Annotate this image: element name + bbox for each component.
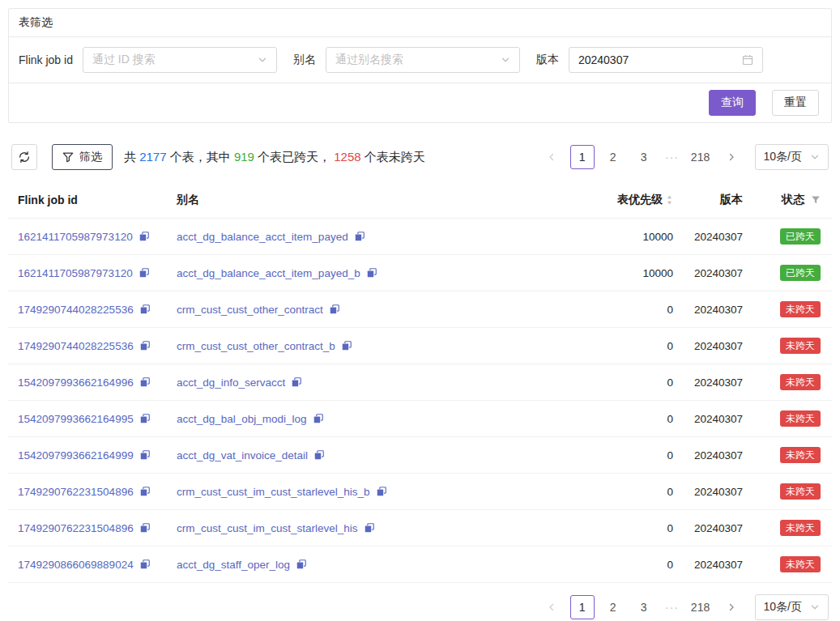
page-size-select[interactable]: 10条/页 <box>755 144 829 170</box>
chevron-left-icon <box>547 602 556 612</box>
copy-icon[interactable] <box>139 304 151 315</box>
summary-part: 个表未跨天 <box>361 150 425 164</box>
alias-cell: acct_dg_staff_oper_log <box>177 559 584 571</box>
alias-link[interactable]: crm_cust_cust_other_contract_b <box>177 340 335 352</box>
refresh-icon <box>18 151 31 164</box>
copy-icon[interactable] <box>139 522 151 534</box>
filter-funnel-icon[interactable] <box>811 195 821 205</box>
job-id-link[interactable]: 1749290866069889024 <box>18 559 134 571</box>
copy-icon[interactable] <box>376 486 387 497</box>
page-button-1[interactable]: 1 <box>570 595 595 619</box>
refresh-button[interactable] <box>11 144 37 170</box>
alias-link[interactable]: crm_cust_cust_im_cust_starlevel_his <box>177 522 358 534</box>
job-id-link[interactable]: 1542097993662164999 <box>18 449 134 461</box>
page-button-last[interactable]: 218 <box>689 595 713 619</box>
job-id-select[interactable]: 通过 ID 搜索 <box>83 47 277 73</box>
priority-cell: 0 <box>584 376 673 389</box>
job-id-link[interactable]: 1749290744028225536 <box>18 304 134 316</box>
job-id-link[interactable]: 1621411705987973120 <box>18 267 133 279</box>
alias-link[interactable]: acct_dg_staff_oper_log <box>177 559 290 571</box>
copy-icon[interactable] <box>364 522 375 534</box>
priority-cell: 0 <box>584 559 673 571</box>
alias-link[interactable]: crm_cust_cust_im_cust_starlevel_his_b <box>177 486 370 498</box>
page-button-1[interactable]: 1 <box>570 145 595 169</box>
prev-page-button[interactable] <box>539 145 564 169</box>
table-row: 1621411705987973120 acct_dg_balance_acct… <box>8 219 832 255</box>
page-button-2[interactable]: 2 <box>601 145 625 169</box>
copy-icon[interactable] <box>139 413 151 424</box>
page-button-2[interactable]: 2 <box>601 595 625 619</box>
copy-icon[interactable] <box>313 449 325 461</box>
table-body: 1621411705987973120 acct_dg_balance_acct… <box>8 219 832 583</box>
filter-button[interactable]: 筛选 <box>52 144 113 170</box>
next-page-button[interactable] <box>719 595 744 619</box>
summary-part: 共 <box>124 150 139 164</box>
page-ellipsis[interactable]: ··· <box>663 601 682 614</box>
chevron-down-icon <box>810 602 820 612</box>
page-size-value: 10条/页 <box>764 600 802 615</box>
version-cell: 20240307 <box>673 267 743 279</box>
reset-button[interactable]: 重置 <box>772 90 819 116</box>
job-id-field-group: Flink job id 通过 ID 搜索 <box>19 47 277 73</box>
status-badge: 未跨天 <box>780 410 821 427</box>
summary-part: 个表已跨天， <box>254 150 334 164</box>
priority-cell: 0 <box>584 522 673 534</box>
copy-icon[interactable] <box>139 449 151 461</box>
job-id-link[interactable]: 1749290744028225536 <box>18 340 134 352</box>
sort-icon[interactable] <box>666 194 673 206</box>
uncrossed-count: 1258 <box>334 150 360 164</box>
copy-icon[interactable] <box>139 267 150 279</box>
job-id-link[interactable]: 1749290762231504896 <box>18 522 134 534</box>
version-cell: 20240307 <box>673 449 743 461</box>
copy-icon[interactable] <box>354 231 365 242</box>
alias-link[interactable]: acct_dg_info_servacct <box>177 376 285 389</box>
filter-button-label: 筛选 <box>79 150 102 164</box>
column-header-status[interactable]: 状态 <box>743 193 821 207</box>
version-cell: 20240307 <box>673 304 743 316</box>
copy-icon[interactable] <box>291 376 302 388</box>
query-button[interactable]: 查询 <box>709 90 756 116</box>
table-row: 1749290762231504896 crm_cust_cust_im_cus… <box>8 474 832 510</box>
column-header-version: 版本 <box>673 193 743 207</box>
table-row: 1542097993662164995 acct_dg_bal_obj_modi… <box>8 401 832 437</box>
copy-icon[interactable] <box>296 559 307 570</box>
copy-icon[interactable] <box>313 413 324 424</box>
copy-icon[interactable] <box>139 340 151 351</box>
next-page-button[interactable] <box>719 145 744 169</box>
job-id-cell: 1542097993662164995 <box>18 413 177 425</box>
page-button-3[interactable]: 3 <box>632 145 656 169</box>
copy-icon[interactable] <box>139 376 151 388</box>
job-id-link[interactable]: 1542097993662164995 <box>18 413 134 425</box>
status-cell: 已跨天 <box>743 228 821 245</box>
prev-page-button[interactable] <box>539 595 564 619</box>
copy-icon[interactable] <box>341 340 352 351</box>
job-id-link[interactable]: 1621411705987973120 <box>18 231 133 243</box>
table-row: 1621411705987973120 acct_dg_balance_acct… <box>8 255 832 291</box>
page-size-select[interactable]: 10条/页 <box>755 594 829 620</box>
alias-link[interactable]: crm_cust_cust_other_contract <box>177 304 323 316</box>
job-id-cell: 1749290762231504896 <box>18 522 177 534</box>
copy-icon[interactable] <box>139 231 150 242</box>
page-ellipsis[interactable]: ··· <box>663 151 682 164</box>
alias-link[interactable]: acct_dg_bal_obj_modi_log <box>177 413 307 425</box>
job-id-link[interactable]: 1749290762231504896 <box>18 486 134 498</box>
page: 表筛选 Flink job id 通过 ID 搜索 别名 通过别名搜索 <box>0 0 840 621</box>
table-row: 1749290866069889024 acct_dg_staff_oper_l… <box>8 547 832 583</box>
page-button-last[interactable]: 218 <box>689 145 713 169</box>
priority-cell: 0 <box>584 486 673 498</box>
table-row: 1542097993662164996 acct_dg_info_servacc… <box>8 364 832 401</box>
alias-select[interactable]: 通过别名搜索 <box>326 47 520 73</box>
alias-link[interactable]: acct_dg_balance_acct_item_payed <box>177 231 348 243</box>
copy-icon[interactable] <box>366 267 377 279</box>
copy-icon[interactable] <box>139 486 151 497</box>
page-button-3[interactable]: 3 <box>632 595 656 619</box>
copy-icon[interactable] <box>329 304 340 315</box>
copy-icon[interactable] <box>139 559 151 570</box>
version-date-picker[interactable]: 20240307 <box>569 47 763 73</box>
status-cell: 未跨天 <box>743 447 821 463</box>
column-header-priority[interactable]: 表优先级 <box>584 193 673 207</box>
pagination-top: 1 2 3 ··· 218 10条/页 <box>539 144 829 170</box>
alias-link[interactable]: acct_dg_balance_acct_item_payed_b <box>177 267 360 279</box>
job-id-link[interactable]: 1542097993662164996 <box>18 376 134 389</box>
alias-link[interactable]: acct_dg_vat_invoice_detail <box>177 449 308 461</box>
